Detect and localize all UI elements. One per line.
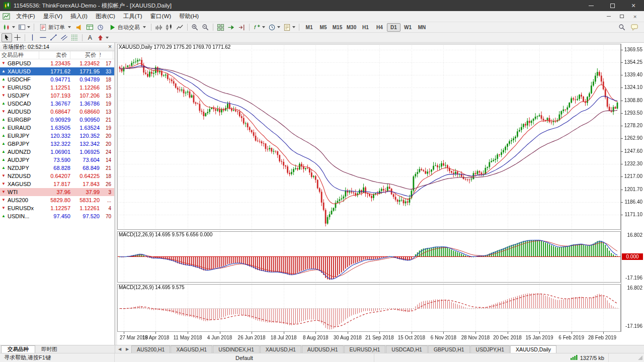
arrow-objects-dropdown-icon[interactable]	[106, 37, 109, 39]
zoom-in-button[interactable]	[190, 23, 200, 32]
price-axis[interactable]: 1369.551354.251339.401324.101308.801293.…	[621, 43, 644, 345]
timeframe-m15-button[interactable]: M15	[331, 23, 344, 32]
vertical-line-button[interactable]	[27, 33, 38, 42]
templates-button[interactable]	[282, 23, 297, 32]
profiles-dropdown-icon[interactable]	[27, 26, 30, 28]
chart-tab[interactable]: XAUUSD,Daily	[510, 345, 556, 353]
zoom-out-button[interactable]	[200, 23, 211, 32]
horizontal-line-button[interactable]	[38, 33, 48, 42]
timeframe-mn-button[interactable]: MN	[415, 23, 429, 32]
templates-dropdown-icon[interactable]	[292, 26, 295, 28]
chart-minimize-button[interactable]	[605, 13, 613, 20]
equidistant-channel-button[interactable]	[59, 33, 69, 42]
chart-shift-button[interactable]	[236, 23, 247, 32]
pane-divider[interactable]	[115, 229, 621, 231]
arrow-objects-button[interactable]	[95, 33, 110, 42]
chart-tab[interactable]: XAUUSD,H1	[260, 345, 301, 353]
market-watch-row[interactable]: ▲USDCAD1.367671.3678619	[0, 100, 114, 108]
window-close-button[interactable]: ×	[623, 0, 644, 11]
timeframe-w1-button[interactable]: W1	[401, 23, 415, 32]
chart-tab[interactable]: GBPUSD,H1	[428, 345, 470, 353]
market-watch-close-icon[interactable]: ×	[108, 44, 112, 50]
autotrading-button[interactable]: 自动交易	[106, 23, 149, 32]
market-watch-row[interactable]: ▲EURGBP0.909290.9095021	[0, 116, 114, 124]
chart-bars-button[interactable]	[153, 23, 164, 32]
timeframe-d1-button[interactable]: D1	[387, 23, 400, 32]
chart-tab[interactable]: USDJPY,H1	[470, 345, 510, 353]
community-chat-button[interactable]	[629, 23, 640, 32]
chart-tab[interactable]: EURUSD,H1	[344, 345, 386, 353]
new-order-button[interactable]: 新订单	[36, 23, 74, 32]
cursor-button[interactable]	[2, 33, 12, 42]
column-symbol[interactable]: 交易品种	[0, 51, 39, 59]
market-watch-tab-1[interactable]: 即时图	[35, 345, 63, 353]
auto-scroll-button[interactable]	[226, 23, 236, 32]
fibonacci-retracement-button[interactable]	[69, 33, 80, 42]
market-watch-row[interactable]: ▲NZDJPY68.82868.84921	[0, 164, 114, 172]
market-watch-row[interactable]: ▼NZDUSD0.642070.6422518	[0, 172, 114, 180]
market-watch-row[interactable]: ▲AUDJPY73.59073.60414	[0, 156, 114, 164]
trendline-button[interactable]	[48, 33, 59, 42]
text-label-button[interactable]: A	[85, 33, 95, 42]
menu-item-1[interactable]: 显示(V)	[39, 11, 66, 22]
menu-item-3[interactable]: 图表(C)	[92, 11, 119, 22]
timeframe-h1-button[interactable]: H1	[359, 23, 372, 32]
menu-item-5[interactable]: 窗口(W)	[146, 11, 176, 22]
crosshair-button[interactable]	[12, 33, 23, 42]
menu-item-4[interactable]: 工具(T)	[119, 11, 146, 22]
market-watch-row[interactable]: ▲AUDNZD1.069011.0692524	[0, 148, 114, 156]
periods-dropdown-icon[interactable]	[277, 26, 280, 28]
market-watch-row[interactable]: ▼WTI37.9637.993	[0, 188, 114, 196]
market-watch-row[interactable]: ▼EURUSD1.122511.1226615	[0, 83, 114, 92]
new-chart-button[interactable]	[2, 23, 17, 32]
timeframe-m1-button[interactable]: M1	[302, 23, 316, 32]
menu-item-0[interactable]: 文件(F)	[12, 11, 39, 22]
search-button[interactable]	[617, 23, 627, 32]
chart-restore-button[interactable]	[618, 13, 626, 20]
window-restore-button[interactable]	[602, 0, 623, 11]
tile-windows-button[interactable]	[215, 23, 226, 32]
market-watch-row[interactable]: ▲EURAUD1.635051.6352419	[0, 124, 114, 132]
market-watch-row[interactable]: ▼GBPUSD1.234351.2345217	[0, 59, 114, 67]
new-order-dropdown-icon[interactable]	[68, 26, 71, 28]
autotrading-dropdown-icon[interactable]	[143, 26, 146, 28]
column-bid[interactable]: 卖价	[39, 51, 70, 59]
chart-tab[interactable]: USDCAD,H1	[386, 345, 428, 353]
timeframe-h4-button[interactable]: H4	[373, 23, 386, 32]
new-chart-dropdown-icon[interactable]	[12, 26, 15, 28]
chart-tab[interactable]: AUS200,H1	[131, 345, 170, 353]
market-watch-row[interactable]: ▲EURJPY120.332120.35220	[0, 132, 114, 140]
chart-tab[interactable]: USDINDEX,H1	[213, 345, 260, 353]
pane-divider[interactable]	[115, 282, 621, 284]
market-watch-row[interactable]: ▼AUDUSD0.686470.6866013	[0, 108, 114, 116]
chart-close-button[interactable]: ×	[631, 13, 639, 20]
chart-tab[interactable]: XAGUSD,H1	[171, 345, 212, 353]
tab-scroll-left-icon[interactable]: ◀	[116, 345, 123, 353]
market-watch-row[interactable]: ▲USDCHF0.947710.9478918	[0, 75, 114, 83]
market-watch-tab-0[interactable]: 交易品种	[1, 345, 35, 353]
terminal-button[interactable]	[85, 23, 95, 32]
window-minimize-button[interactable]	[581, 0, 602, 11]
market-watch-row[interactable]: ▲GBPJPY132.322132.34220	[0, 140, 114, 148]
indicators-dropdown-icon[interactable]	[262, 26, 265, 28]
chart-candles-button[interactable]	[164, 23, 175, 32]
market-watch-row[interactable]: ▼AUS2005829.805831.20...	[0, 196, 114, 204]
market-watch-row[interactable]: ▲XAUUSD1771.621771.9533	[0, 67, 114, 75]
market-watch-row[interactable]: ▲USDIN...97.45097.52070	[0, 212, 114, 220]
periods-button[interactable]	[267, 23, 282, 32]
resize-grip[interactable]	[638, 355, 642, 360]
timeframe-m5-button[interactable]: M5	[316, 23, 330, 32]
menu-item-2[interactable]: 插入(I)	[66, 11, 92, 22]
market-watch-row[interactable]: ▼EURUSDx1.122571.122614	[0, 204, 114, 212]
alerts-button[interactable]	[74, 23, 85, 32]
market-watch-row[interactable]: ▼XAGUSD17.81717.84326	[0, 180, 114, 188]
timeframe-m30-button[interactable]: M30	[345, 23, 358, 32]
profiles-button[interactable]	[17, 23, 32, 32]
chart-tab[interactable]: AUDUSD,H1	[302, 345, 344, 353]
market-watch-row[interactable]: ▼USDJPY107.193107.20613	[0, 92, 114, 100]
strategy-tester-button[interactable]	[95, 23, 106, 32]
indicators-button[interactable]: f	[252, 23, 267, 32]
status-profile[interactable]: Default	[115, 353, 374, 362]
chart-line-button[interactable]	[175, 23, 185, 32]
tab-scroll-right-icon[interactable]: ▶	[124, 345, 131, 353]
